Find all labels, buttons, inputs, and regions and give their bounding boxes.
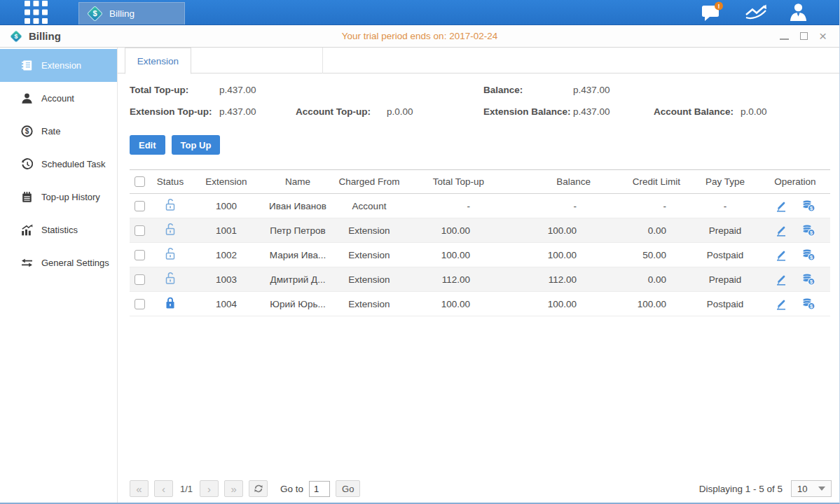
- table-row[interactable]: 1000 Иван Иванов Account - - - - $: [130, 194, 830, 218]
- cell-name: Петр Петров: [261, 218, 334, 243]
- account-balance-label: Account Balance:: [654, 106, 734, 117]
- tab-extension[interactable]: Extension: [125, 48, 191, 74]
- header-extension: Extension: [191, 170, 261, 194]
- edit-row-icon[interactable]: [775, 224, 787, 237]
- sidebar-item-general-settings[interactable]: General Settings: [0, 246, 117, 279]
- statistics-icon: [21, 224, 33, 236]
- edit-button[interactable]: Edit: [130, 135, 165, 155]
- header-status: Status: [149, 170, 191, 194]
- header-operation: Operation: [760, 170, 830, 194]
- sidebar-item-topup-history[interactable]: Top-up History: [0, 181, 117, 214]
- next-page-button[interactable]: ›: [200, 480, 219, 497]
- header-pay-type: Pay Type: [690, 170, 760, 194]
- topup-row-icon[interactable]: $: [801, 248, 815, 261]
- table-row[interactable]: 1001 Петр Петров Extension 100.00 100.00…: [130, 218, 830, 243]
- row-checkbox[interactable]: [135, 225, 145, 236]
- refresh-button[interactable]: [249, 480, 268, 497]
- header-credit-limit: Credit Limit: [600, 170, 690, 194]
- notifications-button[interactable]: !: [701, 1, 724, 23]
- svg-text:$: $: [15, 33, 18, 40]
- cell-pay-type: Postpaid: [690, 243, 760, 267]
- main-content: Extension Total Top-up: p.437.00 Balance…: [118, 48, 840, 503]
- row-checkbox[interactable]: [135, 201, 145, 211]
- sidebar-item-label: Rate: [41, 126, 60, 136]
- extension-icon: [21, 59, 33, 71]
- table-row[interactable]: 1003 Дмитрий Д... Extension 112.00 112.0…: [130, 267, 830, 292]
- taskbar-tab-label: Billing: [109, 8, 135, 19]
- billing-app-window: $ Billing !: [0, 0, 840, 504]
- page-title: Billing: [29, 30, 61, 42]
- user-menu-button[interactable]: [788, 2, 808, 22]
- balance-value: p.437.00: [573, 85, 610, 95]
- cell-total-topup: 100.00: [404, 218, 494, 243]
- go-button[interactable]: Go: [336, 480, 360, 497]
- account-balance-value: p.0.00: [741, 106, 767, 117]
- table-header-row: Status Extension Name Charged From Total…: [130, 170, 830, 194]
- reports-button[interactable]: [745, 4, 767, 21]
- lock-open-icon: [165, 247, 176, 260]
- cell-total-topup: -: [404, 194, 494, 218]
- sidebar: Extension Account $ Rate: [0, 48, 118, 503]
- extension-topup-value: p.437.00: [219, 106, 256, 117]
- cell-credit-limit: 100.00: [600, 292, 690, 316]
- taskbar-tab-billing[interactable]: $ Billing: [78, 2, 185, 24]
- row-checkbox[interactable]: [135, 250, 145, 260]
- billing-app-icon: $: [9, 29, 23, 43]
- cell-pay-type: Prepaid: [690, 267, 760, 292]
- table-row[interactable]: 1004 Юрий Юрь... Extension 100.00 100.00…: [130, 292, 830, 316]
- cell-credit-limit: -: [600, 194, 690, 218]
- rate-icon: $: [21, 125, 33, 137]
- cell-credit-limit: 50.00: [600, 243, 690, 267]
- cell-balance: 112.00: [494, 267, 600, 292]
- sidebar-item-scheduled-task[interactable]: Scheduled Task: [0, 148, 117, 181]
- page-size-select[interactable]: 10: [791, 480, 832, 497]
- row-checkbox[interactable]: [135, 299, 145, 309]
- cell-name: Иван Иванов: [261, 194, 334, 218]
- displaying-count: Displaying 1 - 5 of 5: [699, 484, 783, 494]
- extension-balance-value: p.437.00: [573, 106, 610, 117]
- cell-total-topup: 100.00: [404, 243, 494, 267]
- cell-extension: 1002: [191, 243, 261, 267]
- sidebar-item-label: Scheduled Task: [41, 159, 106, 169]
- prev-page-button[interactable]: ‹: [154, 480, 173, 497]
- edit-row-icon[interactable]: [775, 200, 787, 212]
- cell-charged-from: Account: [334, 194, 404, 218]
- close-button[interactable]: ×: [819, 31, 827, 41]
- sidebar-item-label: Extension: [41, 60, 81, 71]
- table-row[interactable]: 1002 Мария Ива... Extension 100.00 100.0…: [130, 243, 830, 267]
- cell-pay-type: Postpaid: [690, 292, 760, 316]
- refresh-icon: [254, 484, 263, 493]
- edit-row-icon[interactable]: [775, 298, 787, 310]
- topup-button[interactable]: Top Up: [172, 135, 221, 155]
- last-page-button[interactable]: »: [224, 480, 243, 497]
- sidebar-item-rate[interactable]: $ Rate: [0, 115, 117, 148]
- sidebar-item-statistics[interactable]: Statistics: [0, 214, 117, 246]
- extensions-table: Status Extension Name Charged From Total…: [130, 169, 830, 316]
- cell-balance: 100.00: [494, 292, 600, 316]
- apps-grid-icon[interactable]: [24, 1, 48, 24]
- cell-name: Юрий Юрь...: [261, 292, 334, 316]
- row-checkbox[interactable]: [135, 274, 145, 285]
- topup-row-icon[interactable]: $: [801, 224, 815, 237]
- topup-row-icon[interactable]: $: [801, 298, 815, 310]
- maximize-button[interactable]: [800, 32, 808, 40]
- edit-row-icon[interactable]: [775, 273, 787, 286]
- topup-row-icon[interactable]: $: [801, 200, 815, 212]
- minimize-button[interactable]: [780, 38, 789, 40]
- edit-row-icon[interactable]: [775, 248, 787, 261]
- window-title-bar: $ Billing Your trial period ends on: 201…: [0, 25, 839, 48]
- lock-open-icon: [165, 272, 176, 285]
- goto-page-input[interactable]: [309, 481, 330, 497]
- cell-charged-from: Extension: [334, 243, 404, 267]
- svg-text:$: $: [92, 9, 97, 18]
- lock-open-icon: [165, 223, 176, 236]
- goto-label: Go to: [280, 484, 303, 494]
- topup-row-icon[interactable]: $: [801, 273, 815, 286]
- extension-balance-label: Extension Balance:: [483, 106, 571, 117]
- page-indicator: 1/1: [180, 484, 193, 494]
- first-page-button[interactable]: «: [130, 480, 149, 497]
- select-all-checkbox[interactable]: [135, 176, 145, 187]
- sidebar-item-extension[interactable]: Extension: [0, 49, 117, 82]
- sidebar-item-account[interactable]: Account: [0, 82, 117, 115]
- header-balance: Balance: [494, 170, 600, 194]
